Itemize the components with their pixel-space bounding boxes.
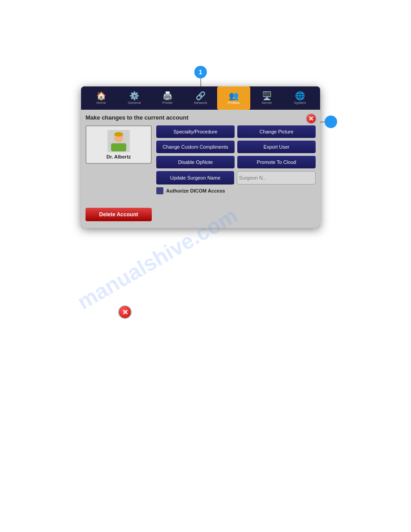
nav-item-server[interactable]: 🖥️ Server (250, 86, 283, 110)
red-x-icon: ✕ (118, 305, 132, 319)
dialog-title: Make changes to the current account (86, 114, 316, 121)
nav-label-system: System (294, 101, 306, 105)
nav-item-general[interactable]: ⚙️ General (118, 86, 151, 110)
nav-item-home[interactable]: 🏠 Home (85, 86, 118, 110)
authorize-dicom-label: Authorize DICOM Access (166, 188, 225, 193)
nav-item-printer[interactable]: 🖨️ Printer (151, 86, 184, 110)
update-surgeon-name-button[interactable]: Update Surgeon Name (156, 171, 234, 184)
nav-item-system[interactable]: 🌐 System (283, 86, 317, 110)
dialog-body: Dr. Albertz Delete Account Specialty/Pro… (86, 125, 316, 221)
authorize-dicom-checkbox[interactable] (156, 187, 163, 194)
change-custom-compliments-button[interactable]: Change Custom Compliments (156, 141, 235, 153)
nav-bar: 🏠 Home ⚙️ General 🖨️ Printer 🔗 Network 👥… (81, 86, 320, 110)
export-user-button[interactable]: Export User (237, 141, 316, 153)
nav-label-printer: Printer (162, 101, 173, 105)
profiles-icon: 👥 (229, 92, 239, 100)
specialty-procedure-button[interactable]: Specialty/Procedure (156, 125, 235, 138)
printer-icon: 🖨️ (163, 92, 172, 100)
network-icon: 🔗 (196, 92, 206, 100)
dialog: Make changes to the current account ✕ (81, 110, 320, 228)
home-icon: 🏠 (96, 92, 106, 100)
user-name: Dr. Albertz (107, 154, 131, 159)
surgeon-name-input[interactable] (237, 171, 316, 184)
nav-label-home: Home (96, 101, 106, 105)
system-icon: 🌐 (295, 92, 305, 100)
svg-point-3 (114, 132, 123, 137)
nav-item-profiles[interactable]: 👥 Profiles (217, 86, 250, 110)
right-panel: Specialty/Procedure Change Picture Chang… (156, 125, 316, 221)
btn-row-3: Disable OpNote Promote To Cloud (156, 156, 316, 168)
svg-rect-1 (111, 143, 126, 151)
annotation-dot (325, 116, 337, 128)
user-avatar (107, 130, 130, 152)
app-window: 🏠 Home ⚙️ General 🖨️ Printer 🔗 Network 👥… (81, 86, 320, 228)
general-icon: ⚙️ (129, 92, 139, 100)
annotation-circle-1: 1 (194, 66, 207, 78)
user-card: Dr. Albertz (86, 125, 152, 164)
close-button[interactable]: ✕ (306, 113, 317, 124)
nav-label-network: Network (194, 101, 207, 105)
nav-label-profiles: Profiles (228, 101, 240, 105)
btn-row-1: Specialty/Procedure Change Picture (156, 125, 316, 138)
delete-account-button[interactable]: Delete Account (86, 208, 152, 221)
checkbox-row: Authorize DICOM Access (156, 187, 316, 194)
left-panel: Dr. Albertz Delete Account (86, 125, 152, 221)
disable-opnote-button[interactable]: Disable OpNote (156, 156, 235, 168)
server-icon: 🖥️ (262, 92, 272, 100)
promote-to-cloud-button[interactable]: Promote To Cloud (237, 156, 316, 168)
nav-label-general: General (128, 101, 141, 105)
btn-row-2: Change Custom Compliments Export User (156, 141, 316, 153)
nav-item-network[interactable]: 🔗 Network (184, 86, 217, 110)
nav-label-server: Server (261, 101, 272, 105)
btn-row-4: Update Surgeon Name (156, 171, 316, 184)
change-picture-button[interactable]: Change Picture (237, 125, 316, 138)
